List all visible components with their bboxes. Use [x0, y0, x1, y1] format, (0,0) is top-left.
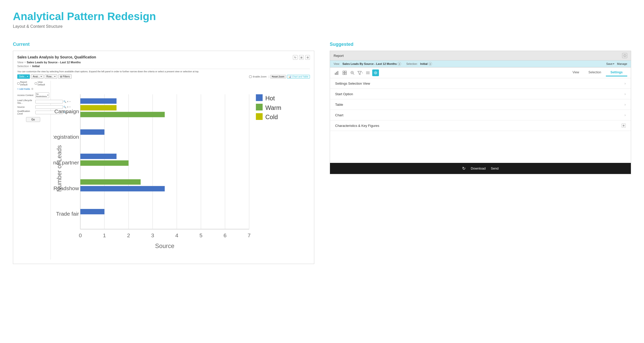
filter-icon[interactable]: 1	[357, 69, 363, 76]
svg-rect-36	[80, 160, 129, 166]
current-panel-title: Sales Leads Analysis by Source, Qualific…	[17, 55, 310, 59]
suggested-col: Suggested Report ⓘ View: Sales Leads By …	[330, 42, 631, 174]
svg-text:Source: Source	[155, 243, 174, 249]
svg-text:5: 5	[199, 232, 202, 238]
selection-info-icon[interactable]: ●	[428, 62, 432, 66]
enable-zoom-checkbox[interactable]	[249, 75, 252, 78]
settings-icon-active[interactable]	[372, 69, 379, 76]
svg-rect-34	[80, 129, 105, 135]
zoom-btns: Enable Zoom | Reset Zoom 📊 Chart and Tab…	[249, 75, 310, 78]
suggested-panel: Report ⓘ View: Sales Leads By Source - L…	[330, 51, 631, 174]
settings-gear-icon[interactable]: ⚙	[305, 55, 310, 60]
svg-text:1: 1	[103, 232, 106, 238]
chevron-right-1: ›	[624, 92, 626, 96]
filter-row-0: Access Context No Restrictions ▾	[17, 92, 49, 98]
settings-selection-view-label: Settings Selection View	[335, 82, 370, 85]
svg-rect-3	[256, 104, 262, 110]
start-option-label: Start Option	[335, 92, 353, 96]
tab-selection[interactable]: Selection	[584, 69, 606, 76]
view-info-icon[interactable]: ●	[397, 62, 401, 66]
current-view-row: View ▾ Sales Leads by Source - Last 12 M…	[17, 61, 310, 64]
svg-text:7: 7	[248, 232, 251, 238]
go-button[interactable]: Go	[26, 117, 40, 122]
svg-rect-42	[337, 71, 338, 75]
svg-text:Hot: Hot	[265, 95, 275, 102]
selection-label: Selection	[17, 65, 29, 68]
fields-settings-icon[interactable]: ⚙	[31, 87, 33, 90]
characteristics-settings-icon[interactable]: ⊞	[622, 124, 626, 128]
report-title: Report	[334, 54, 344, 58]
view-default-checkbox-label[interactable]: View Default	[35, 81, 49, 86]
svg-line-48	[353, 74, 354, 75]
svg-rect-41	[336, 72, 337, 75]
selection-bar-label: Selection:	[406, 63, 418, 65]
settings-item-table[interactable]: Table ›	[330, 99, 631, 110]
svg-text:6: 6	[224, 232, 227, 238]
view-label: View	[17, 61, 23, 64]
reset-icon[interactable]: ⊞	[299, 55, 304, 60]
view-default-checkbox[interactable]	[35, 82, 37, 85]
filter-row-2: Source 🔍 ✕ +	[17, 105, 49, 109]
settings-item-start-option[interactable]: Start Option ›	[330, 89, 631, 99]
svg-text:Warm: Warm	[265, 104, 281, 111]
left-filters: Report Default View Default + Add Fields…	[17, 81, 51, 260]
chart-icon[interactable]	[334, 69, 340, 76]
page-subtitle: Layout & Content Structure	[13, 24, 631, 29]
filter-checkboxes: Report Default View Default	[17, 81, 49, 86]
chart-table-btn[interactable]: 📊 Chart and Table	[287, 75, 310, 78]
filter-name-1: Lead Lifecycle Sta...	[17, 99, 35, 104]
settings-content: Settings Selection View › Start Option ›…	[330, 78, 631, 163]
svg-rect-35	[80, 154, 116, 159]
toolbar-btn-1[interactable]: Sele... ▾	[17, 74, 30, 79]
report-default-checkbox[interactable]	[17, 82, 20, 85]
svg-rect-32	[80, 105, 116, 110]
list-icon[interactable]	[365, 69, 371, 76]
selection-bar-value: Initial ●	[420, 62, 432, 66]
tab-settings[interactable]: Settings	[606, 69, 627, 76]
chart-area: Number of Leads Hot Warm Cold	[51, 81, 310, 260]
svg-text:0: 0	[79, 232, 82, 238]
svg-rect-43	[343, 71, 344, 73]
report-default-checkbox-label[interactable]: Report Default	[17, 81, 33, 86]
current-section-label: Current	[13, 42, 314, 47]
filter-select-0[interactable]: No Restrictions ▾	[35, 92, 49, 98]
selection-value: Initial	[32, 65, 40, 68]
settings-item-selection-view[interactable]: Settings Selection View ›	[330, 78, 631, 89]
svg-text:Trade fair: Trade fair	[56, 211, 79, 217]
refresh-footer-icon[interactable]: ↻	[462, 166, 465, 171]
zoom-icon[interactable]	[349, 69, 356, 76]
main-columns: Current ↻ ⊞ ⚙ Sales Leads Analysis by So…	[13, 42, 631, 264]
svg-rect-45	[343, 73, 344, 75]
send-button[interactable]: Send	[491, 166, 498, 170]
reset-zoom-btn[interactable]: Reset Zoom	[270, 75, 286, 78]
svg-text:Deal Registration: Deal Registration	[53, 134, 79, 140]
svg-text:External partner: External partner	[53, 160, 79, 165]
settings-item-chart[interactable]: Chart ›	[330, 110, 631, 120]
svg-point-55	[375, 72, 376, 74]
tab-view[interactable]: View	[568, 69, 584, 76]
svg-text:2: 2	[127, 232, 130, 238]
toolbar-btn-3[interactable]: Row... ▾	[45, 74, 57, 79]
svg-rect-39	[80, 209, 105, 214]
chevron-right-2: ›	[624, 102, 626, 107]
suggested-section-label: Suggested	[330, 42, 631, 47]
info-icon[interactable]: ⓘ	[622, 53, 627, 58]
refresh-icon[interactable]: ↻	[293, 55, 298, 60]
svg-rect-1	[256, 94, 262, 101]
manage-button[interactable]: Manage	[617, 62, 627, 65]
save-button[interactable]: Save ▾	[606, 62, 614, 65]
add-fields-btn[interactable]: + Add Fields	[17, 88, 30, 90]
toolbar-btn-2[interactable]: Avai... ▾	[31, 74, 44, 79]
download-button[interactable]: Download	[471, 166, 486, 170]
tab-bar: View Selection Settings	[568, 69, 627, 76]
filter-name-0: Access Context	[17, 94, 35, 96]
grid-icon[interactable]	[341, 69, 348, 76]
current-info-text: You can customize the view by selecting …	[17, 69, 310, 73]
current-col: Current ↻ ⊞ ⚙ Sales Leads Analysis by So…	[13, 42, 314, 264]
toolbar-btn-filters[interactable]: ⊞ Filters	[58, 74, 72, 79]
footer-bar: ↻ Download Send	[330, 163, 631, 174]
filter-row-3: Qualification Level 🔍 ✕ +	[17, 110, 49, 115]
svg-rect-46	[345, 73, 346, 75]
settings-item-characteristics[interactable]: Characteristics & Key Figures ⊞	[330, 120, 631, 131]
filter-row-1: Lead Lifecycle Sta... 🔍 ✕ +	[17, 99, 49, 104]
